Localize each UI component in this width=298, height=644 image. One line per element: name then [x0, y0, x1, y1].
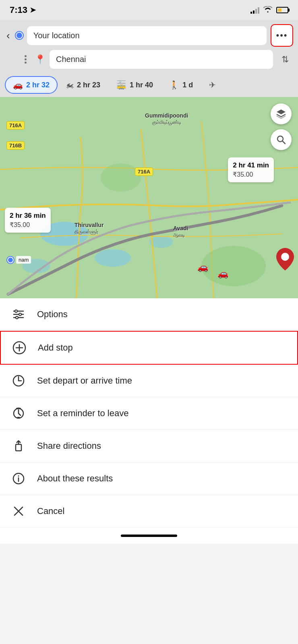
depart-time-item[interactable]: Set depart or arrive time	[0, 365, 298, 397]
map-svg	[0, 97, 298, 298]
transport-tabs: 🚗 2 hr 32 🏍 2 hr 23 🚋 1 hr 40 🚶 1 d ✈	[0, 73, 298, 97]
back-button[interactable]: ‹	[5, 28, 12, 43]
options-item[interactable]: Options	[0, 298, 298, 331]
location-arrow-icon: ➤	[30, 6, 36, 14]
route-price-1: ₹35.00	[10, 221, 46, 229]
about-item[interactable]: About these results	[0, 462, 298, 495]
svg-point-7	[281, 253, 289, 261]
svg-point-2	[95, 249, 131, 267]
search-area: ‹ Your location ••• 📍 Chennai ⇅	[0, 20, 298, 73]
home-indicator	[0, 528, 298, 544]
share-item[interactable]: Share directions	[0, 430, 298, 462]
svg-point-15	[16, 316, 18, 319]
destination-pin-icon: 📍	[35, 54, 46, 65]
map-area[interactable]: 716A 716B 716A Gummidipoondiகும்மிடிப்பூ…	[0, 97, 298, 298]
walk-icon: 🚶	[169, 80, 179, 90]
home-bar	[121, 535, 177, 537]
svg-point-13	[15, 310, 17, 312]
add-stop-label: Add stop	[38, 343, 73, 353]
origin-map-marker: nam	[7, 256, 31, 264]
origin-row: ‹ Your location •••	[5, 24, 293, 47]
reminder-label: Set a reminder to leave	[37, 408, 128, 419]
car-icon: 🚗	[13, 80, 23, 90]
reminder-item[interactable]: Set a reminder to leave	[0, 397, 298, 430]
more-dots-icon: •••	[276, 30, 288, 41]
origin-text: Your location	[33, 31, 80, 40]
status-bar: 7:13 ➤	[0, 0, 298, 20]
cancel-label: Cancel	[37, 506, 64, 516]
transit-time: 1 hr 40	[130, 81, 153, 89]
destination-input[interactable]: Chennai	[50, 50, 273, 69]
options-icon	[11, 307, 26, 322]
share-icon	[11, 439, 26, 453]
motorbike-icon: 🏍	[66, 80, 74, 90]
about-label: About these results	[37, 473, 113, 484]
tab-transit[interactable]: 🚋 1 hr 40	[108, 76, 161, 94]
svg-line-9	[283, 141, 286, 144]
transit-icon: 🚋	[116, 80, 126, 90]
wifi-icon	[263, 6, 272, 14]
options-label: Options	[37, 309, 68, 320]
time-display: 7:13	[10, 5, 27, 15]
origin-input[interactable]: Your location	[27, 26, 267, 45]
status-icons	[250, 6, 288, 14]
place-gummidipoondi: Gummidipoondiகும்மிடிப்பூண்டி	[145, 112, 188, 125]
reminder-icon	[11, 406, 26, 421]
tab-flight[interactable]: ✈	[201, 76, 224, 94]
depart-time-icon	[11, 374, 26, 388]
motorbike-time: 2 hr 23	[77, 81, 100, 89]
svg-point-5	[201, 246, 266, 286]
svg-rect-26	[16, 444, 21, 451]
road-chip-716a-1: 716A	[6, 121, 25, 130]
add-stop-item[interactable]: Add stop	[0, 331, 298, 365]
tab-walk[interactable]: 🚶 1 d	[161, 76, 201, 94]
signal-icon	[250, 6, 259, 14]
route-label-2: 2 hr 41 min ₹35.00	[228, 157, 274, 182]
destination-row: 📍 Chennai ⇅	[5, 50, 293, 69]
road-chip-716b: 716B	[6, 141, 25, 150]
tab-motorbike[interactable]: 🏍 2 hr 23	[58, 76, 108, 94]
place-avadi: Avadiஆவடி	[173, 225, 188, 238]
flight-icon: ✈	[209, 80, 216, 90]
traffic-icon-2: 🚗	[217, 268, 228, 279]
car-time: 2 hr 32	[26, 81, 50, 89]
cancel-icon	[11, 504, 26, 518]
bottom-menu: Options Add stop Set depart or arrive ti…	[0, 298, 298, 528]
place-thiruvallur: Thiruvallurதிருவள்ளூர்	[74, 222, 103, 235]
walk-time: 1 d	[182, 81, 193, 89]
route-time-1: 2 hr 36 min	[10, 211, 46, 221]
swap-directions-button[interactable]: ⇅	[277, 54, 293, 65]
tab-car[interactable]: 🚗 2 hr 32	[5, 76, 58, 94]
more-options-button[interactable]: •••	[271, 24, 293, 47]
route-time-2: 2 hr 41 min	[233, 161, 269, 170]
destination-map-marker	[276, 248, 294, 274]
route-price-2: ₹35.00	[233, 170, 269, 179]
about-icon	[11, 471, 26, 486]
battery-icon	[276, 7, 288, 13]
map-search-button[interactable]	[271, 129, 292, 150]
destination-text: Chennai	[56, 55, 86, 64]
add-stop-icon	[12, 341, 27, 355]
road-chip-716a-2: 716A	[135, 167, 153, 176]
origin-label-text: nam	[16, 256, 31, 264]
share-label: Share directions	[37, 441, 101, 451]
origin-dot-icon	[16, 32, 23, 39]
cancel-item[interactable]: Cancel	[0, 495, 298, 528]
depart-time-label: Set depart or arrive time	[37, 376, 132, 386]
svg-line-24	[19, 413, 21, 415]
traffic-icon-1: 🚗	[197, 262, 208, 272]
route-label-1: 2 hr 36 min ₹35.00	[5, 208, 51, 233]
svg-point-30	[18, 475, 19, 477]
status-time: 7:13 ➤	[10, 5, 36, 15]
svg-point-14	[19, 313, 21, 316]
layers-button[interactable]	[271, 103, 292, 124]
